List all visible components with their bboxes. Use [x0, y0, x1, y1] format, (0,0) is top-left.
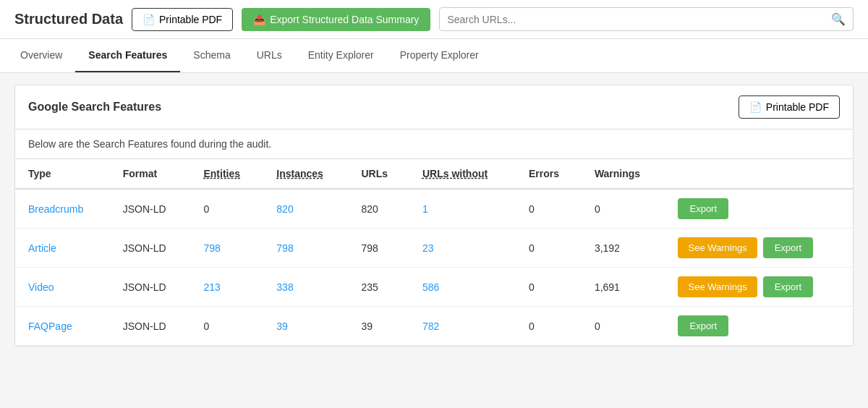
- tab-schema[interactable]: Schema: [180, 39, 243, 72]
- type-link[interactable]: Video: [28, 281, 54, 293]
- features-table: Type Format Entities Instances URLs URLs…: [15, 159, 853, 346]
- card-title: Google Search Features: [28, 101, 161, 114]
- tab-search-features[interactable]: Search Features: [75, 39, 180, 72]
- col-urls: URLs: [348, 159, 409, 189]
- type-link[interactable]: Article: [28, 242, 56, 254]
- instances-link[interactable]: 798: [276, 242, 293, 254]
- page-title: Structured Data: [14, 11, 123, 27]
- printable-pdf-button[interactable]: Printable PDF: [132, 8, 233, 31]
- url-search-box: 🔍: [439, 7, 854, 31]
- type-link[interactable]: Breadcrumb: [28, 203, 83, 215]
- export-icon: [253, 14, 265, 25]
- search-icon: 🔍: [831, 12, 846, 26]
- instances-link[interactable]: 39: [276, 320, 288, 332]
- actions-container: Export: [678, 198, 840, 219]
- export-summary-button[interactable]: Export Structured Data Summary: [242, 8, 430, 31]
- see-warnings-button[interactable]: See Warnings: [678, 237, 757, 258]
- cell-instances[interactable]: 798: [263, 229, 348, 268]
- doc-icon: [142, 14, 155, 25]
- cell-urls: 39: [348, 307, 409, 346]
- instances-link[interactable]: 820: [276, 203, 293, 215]
- urls-without-link[interactable]: 586: [422, 281, 439, 293]
- cell-type[interactable]: FAQPage: [15, 307, 110, 346]
- cell-format: JSON-LD: [110, 229, 191, 268]
- cell-errors: 0: [516, 307, 582, 346]
- cell-warnings: 0: [582, 189, 665, 229]
- entities-link[interactable]: 798: [203, 242, 220, 254]
- search-features-card: Google Search Features Printable PDF Bel…: [14, 85, 854, 347]
- type-link[interactable]: FAQPage: [28, 320, 72, 332]
- col-entities: Entities: [190, 159, 263, 189]
- export-row-button[interactable]: Export: [763, 237, 814, 258]
- cell-format: JSON-LD: [110, 189, 191, 229]
- tab-urls[interactable]: URLs: [244, 39, 295, 72]
- col-warnings: Warnings: [582, 159, 665, 189]
- cell-warnings: 1,691: [582, 268, 665, 307]
- cell-errors: 0: [516, 268, 582, 307]
- actions-container: See WarningsExport: [678, 237, 840, 258]
- table-row: ArticleJSON-LD7987987982303,192See Warni…: [15, 229, 853, 268]
- col-errors: Errors: [516, 159, 582, 189]
- actions-container: See WarningsExport: [678, 276, 840, 297]
- cell-instances[interactable]: 338: [263, 268, 348, 307]
- cell-urls-without[interactable]: 23: [409, 229, 516, 268]
- urls-without-link[interactable]: 23: [422, 242, 434, 254]
- cell-type[interactable]: Video: [15, 268, 110, 307]
- cell-actions: Export: [665, 189, 853, 229]
- cell-urls-without[interactable]: 586: [409, 268, 516, 307]
- cell-entities[interactable]: 213: [190, 268, 263, 307]
- cell-urls: 235: [348, 268, 409, 307]
- cell-type[interactable]: Article: [15, 229, 110, 268]
- tab-property-explorer[interactable]: Property Explorer: [387, 39, 492, 72]
- cell-warnings: 3,192: [582, 229, 665, 268]
- cell-entities[interactable]: 798: [190, 229, 263, 268]
- cell-urls-without[interactable]: 1: [409, 189, 516, 229]
- col-format: Format: [110, 159, 191, 189]
- actions-container: Export: [678, 315, 840, 336]
- cell-format: JSON-LD: [110, 268, 191, 307]
- entities-link[interactable]: 213: [203, 281, 220, 293]
- urls-without-link[interactable]: 1: [422, 203, 428, 215]
- card-header: Google Search Features Printable PDF: [15, 85, 853, 129]
- table-row: VideoJSON-LD21333823558601,691See Warnin…: [15, 268, 853, 307]
- cell-entities: 0: [190, 189, 263, 229]
- cell-urls: 798: [348, 229, 409, 268]
- card-description: Below are the Search Features found duri…: [15, 129, 853, 159]
- cell-type[interactable]: Breadcrumb: [15, 189, 110, 229]
- tab-overview[interactable]: Overview: [7, 39, 75, 72]
- export-row-button[interactable]: Export: [678, 315, 728, 336]
- cell-instances[interactable]: 820: [263, 189, 348, 229]
- urls-without-link[interactable]: 782: [422, 320, 439, 332]
- cell-actions: See WarningsExport: [665, 268, 853, 307]
- cell-format: JSON-LD: [110, 307, 191, 346]
- col-instances: Instances: [263, 159, 348, 189]
- instances-link[interactable]: 338: [276, 281, 293, 293]
- tab-bar: Overview Search Features Schema URLs Ent…: [0, 39, 868, 73]
- cell-urls: 820: [348, 189, 409, 229]
- export-row-button[interactable]: Export: [678, 198, 728, 219]
- cell-instances[interactable]: 39: [263, 307, 348, 346]
- export-row-button[interactable]: Export: [763, 276, 814, 297]
- col-type: Type: [15, 159, 110, 189]
- see-warnings-button[interactable]: See Warnings: [678, 276, 757, 297]
- main-content: Google Search Features Printable PDF Bel…: [0, 73, 868, 358]
- table-row: BreadcrumbJSON-LD0820820100Export: [15, 189, 853, 229]
- card-printable-pdf-button[interactable]: Printable PDF: [739, 95, 840, 119]
- table-header-row: Type Format Entities Instances URLs URLs…: [15, 159, 853, 189]
- col-actions: [665, 159, 853, 189]
- top-bar: Structured Data Printable PDF Export Str…: [0, 0, 868, 39]
- cell-urls-without[interactable]: 782: [409, 307, 516, 346]
- doc-icon-2: [749, 101, 762, 113]
- cell-actions: Export: [665, 307, 853, 346]
- table-row: FAQPageJSON-LD0393978200Export: [15, 307, 853, 346]
- col-urls-without: URLs without: [409, 159, 516, 189]
- cell-warnings: 0: [582, 307, 665, 346]
- search-input[interactable]: [447, 14, 831, 25]
- cell-errors: 0: [516, 189, 582, 229]
- cell-errors: 0: [516, 229, 582, 268]
- cell-actions: See WarningsExport: [665, 229, 853, 268]
- cell-entities: 0: [190, 307, 263, 346]
- tab-entity-explorer[interactable]: Entity Explorer: [295, 39, 387, 72]
